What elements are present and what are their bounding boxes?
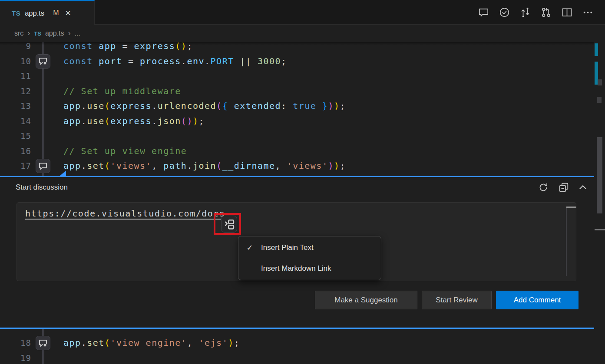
scroll-shadow xyxy=(0,42,594,45)
comment-widget-bottom-border xyxy=(0,328,594,329)
paste-options-button[interactable] xyxy=(221,216,237,233)
code-line-11: 11 xyxy=(0,69,594,84)
add-comment-icon[interactable] xyxy=(36,159,50,173)
split-editor-icon[interactable] xyxy=(562,7,572,18)
close-tab-icon[interactable]: ✕ xyxy=(65,9,71,18)
line-number: 12 xyxy=(0,84,31,99)
code-text: app.use(express.urlencoded({ extended: t… xyxy=(63,98,346,114)
comment-thread-icon[interactable] xyxy=(36,336,50,350)
modified-badge: M xyxy=(53,9,59,17)
code-line-19: 19 xyxy=(0,351,594,364)
start-review-button[interactable]: Start Review xyxy=(422,291,492,309)
more-actions-icon[interactable] xyxy=(582,7,593,18)
code-text: app.set('view engine', 'ejs'); xyxy=(63,335,240,351)
chevron-up-icon[interactable] xyxy=(577,182,588,193)
code-text: app.use(express.json()); xyxy=(63,114,205,129)
code-line-13: 13app.use(express.urlencoded({ extended:… xyxy=(0,98,594,114)
line-number: 10 xyxy=(0,54,31,69)
breadcrumb-symbol[interactable]: ... xyxy=(75,30,80,37)
code-line-18: 18app.set('view engine', 'ejs'); xyxy=(0,335,594,351)
code-text: // Set up middleware xyxy=(63,84,181,99)
collapse-all-icon[interactable] xyxy=(558,182,569,193)
overview-ruler-modified-mark xyxy=(595,43,598,56)
typescript-file-icon: TS xyxy=(12,10,20,17)
code-line-14: 14app.use(express.json()); xyxy=(0,114,594,129)
check-circle-icon[interactable] xyxy=(499,7,510,18)
line-number: 18 xyxy=(0,335,31,351)
code-text: // Set up view engine xyxy=(63,144,187,159)
pull-request-icon[interactable] xyxy=(541,7,552,18)
code-text: app.set('views', path.join(__dirname, 'v… xyxy=(63,158,346,174)
code-text: const port = process.env.PORT || 3000; xyxy=(63,54,287,69)
code-line-17: 17app.set('views', path.join(__dirname, … xyxy=(0,158,594,174)
line-number: 11 xyxy=(0,69,31,84)
breadcrumb-folder[interactable]: src xyxy=(14,30,23,37)
code-line-15: 15 xyxy=(0,128,594,144)
overview-ruler-comment-mark xyxy=(597,97,602,103)
comment-widget-top-border xyxy=(0,176,594,177)
editor-actions xyxy=(478,0,605,25)
tab-app-ts[interactable]: TS app.ts M ✕ xyxy=(0,0,95,25)
chevron-right-icon: › xyxy=(27,29,30,38)
refresh-icon[interactable] xyxy=(538,182,549,193)
line-number: 19 xyxy=(0,351,31,364)
vscode-editor-window: 9const app = express();10const port = pr… xyxy=(0,0,605,364)
breadcrumb-file[interactable]: app.ts xyxy=(45,30,64,37)
comment-widget-title: Start discussion xyxy=(16,182,68,193)
request-changes-icon[interactable] xyxy=(520,7,531,18)
line-number: 13 xyxy=(0,98,31,114)
comment-icon[interactable] xyxy=(478,7,489,18)
paste-options-menu: ✓ Insert Plain Text Insert Markdown Link xyxy=(238,236,381,280)
code-line-10: 10const port = process.env.PORT || 3000; xyxy=(0,54,594,69)
tab-bar: TS app.ts M ✕ xyxy=(0,0,605,25)
tab-label: app.ts xyxy=(25,9,44,17)
overview-ruler-cursor-mark xyxy=(595,229,605,230)
editor-scrollbar-thumb[interactable] xyxy=(597,137,602,213)
overview-ruler-comment-mark xyxy=(598,79,602,85)
paste-widget-icon xyxy=(223,218,235,231)
menu-item-insert-markdown-link[interactable]: Insert Markdown Link xyxy=(238,258,381,279)
breadcrumb: src › TS app.ts › ... xyxy=(0,25,594,42)
comment-input-scrollbar[interactable] xyxy=(566,207,567,276)
comment-input-link[interactable]: https://code.visualstudio.com/docs xyxy=(25,207,225,220)
menu-item-insert-plain-text[interactable]: ✓ Insert Plain Text xyxy=(238,237,381,258)
line-number: 17 xyxy=(0,158,31,174)
make-suggestion-button[interactable]: Make a Suggestion xyxy=(315,291,417,309)
code-line-12: 12// Set up middleware xyxy=(0,84,594,99)
add-comment-button[interactable]: Add Comment xyxy=(496,291,579,309)
check-icon: ✓ xyxy=(238,243,261,253)
typescript-file-icon: TS xyxy=(34,30,41,37)
chevron-right-icon: › xyxy=(68,29,71,38)
line-number: 16 xyxy=(0,144,31,159)
code-line-16: 16// Set up view engine xyxy=(0,144,594,159)
menu-item-label: Insert Markdown Link xyxy=(261,264,331,273)
comment-thread-icon[interactable] xyxy=(36,54,50,69)
comment-input-scrollbar-thumb[interactable] xyxy=(566,207,576,208)
line-number: 15 xyxy=(0,128,31,144)
menu-item-label: Insert Plain Text xyxy=(261,243,314,252)
line-number: 14 xyxy=(0,114,31,129)
